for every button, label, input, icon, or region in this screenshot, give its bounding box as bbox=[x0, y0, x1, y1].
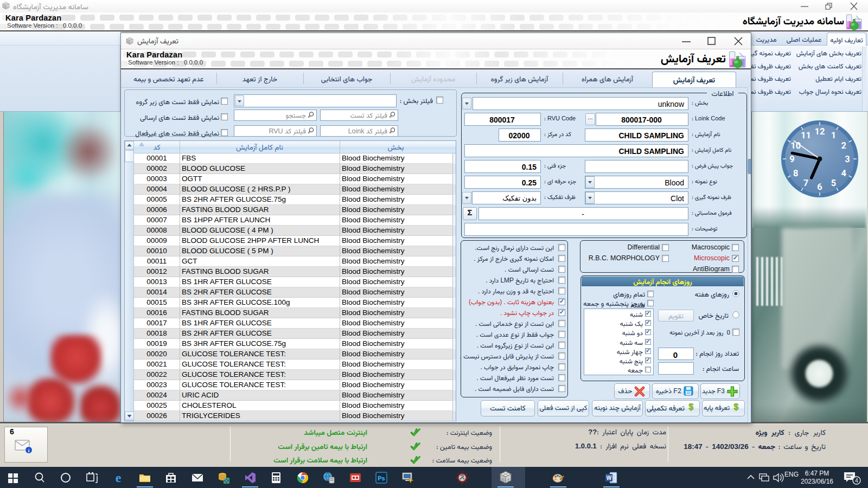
svg-text:1: 1 bbox=[831, 129, 836, 143]
svg-text:3: 3 bbox=[845, 153, 850, 167]
svg-text:12: 12 bbox=[815, 125, 825, 139]
svg-text:6: 6 bbox=[817, 181, 822, 195]
svg-text:10: 10 bbox=[790, 139, 801, 153]
svg-text:W: W bbox=[607, 475, 612, 481]
svg-text:$: $ bbox=[689, 402, 694, 412]
svg-text:4: 4 bbox=[855, 477, 858, 484]
svg-text:Ps: Ps bbox=[378, 475, 385, 481]
svg-text:5: 5 bbox=[831, 177, 836, 191]
svg-text:11: 11 bbox=[801, 129, 811, 143]
svg-text:9: 9 bbox=[789, 153, 794, 167]
svg-text:$: $ bbox=[734, 402, 739, 412]
svg-text:2: 2 bbox=[841, 139, 846, 153]
svg-text:7: 7 bbox=[803, 177, 808, 191]
svg-text:4: 4 bbox=[841, 167, 846, 181]
svg-text:e: e bbox=[116, 471, 122, 485]
svg-text:8: 8 bbox=[793, 167, 798, 181]
